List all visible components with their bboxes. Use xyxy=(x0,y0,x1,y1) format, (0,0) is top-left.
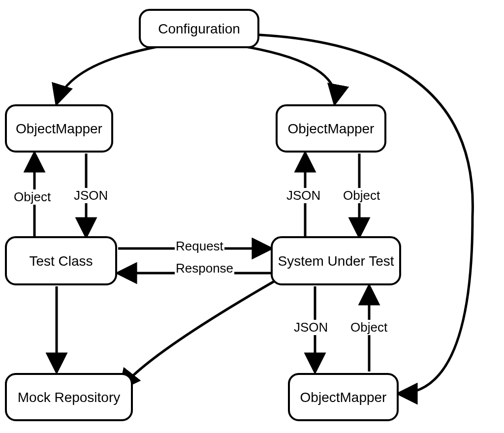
label-json-left: JSON xyxy=(73,188,109,203)
label-object-bottom: Object xyxy=(349,320,388,335)
node-objectmapper-left: ObjectMapper xyxy=(5,104,113,153)
node-objectmapper-right: ObjectMapper xyxy=(276,104,386,153)
label-object-right: Object xyxy=(342,188,381,203)
node-objectmapper-bottom: ObjectMapper xyxy=(288,373,399,421)
label-response: Response xyxy=(175,261,234,276)
label-request: Request xyxy=(175,239,224,254)
node-mock-repository: Mock Repository xyxy=(5,373,133,421)
diagram-connectors xyxy=(0,0,504,433)
label-json-right: JSON xyxy=(285,188,321,203)
label-json-bottom: JSON xyxy=(293,320,329,335)
label-object-left: Object xyxy=(13,189,52,205)
node-test-class: Test Class xyxy=(5,236,117,285)
node-configuration: Configuration xyxy=(139,9,259,48)
node-system-under-test: System Under Test xyxy=(271,236,401,285)
